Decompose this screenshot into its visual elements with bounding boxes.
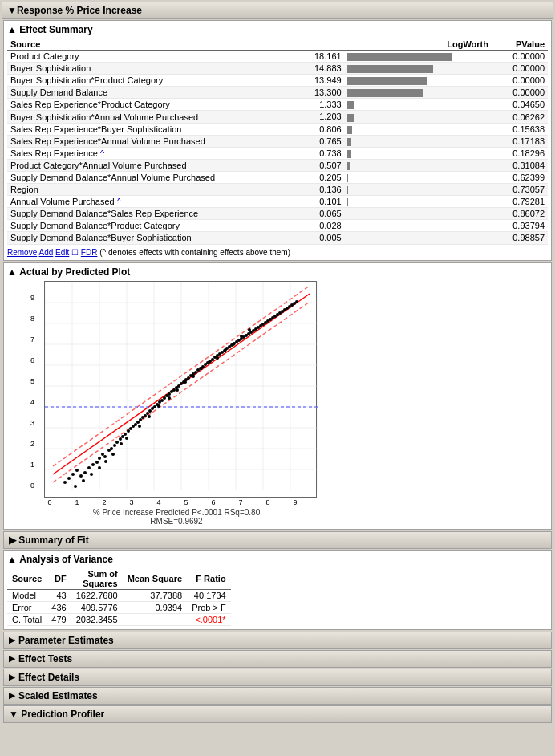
svg-point-131 bbox=[248, 328, 251, 331]
bar-container bbox=[347, 89, 460, 97]
col-pvalue: PValue bbox=[492, 39, 548, 51]
anova-sumsq: 409.5776 bbox=[71, 601, 123, 613]
response-header[interactable]: ▼ Response % Price Increase bbox=[2, 2, 553, 19]
logworth-value: 18.161 bbox=[310, 51, 342, 61]
anova-sumsq: 1622.7680 bbox=[71, 589, 123, 601]
effect-logworth-cell: 18.161 bbox=[306, 51, 483, 63]
svg-point-62 bbox=[168, 392, 171, 396]
effect-tests-section[interactable]: ▶ Effect Tests bbox=[3, 650, 552, 668]
fdr-link[interactable]: FDR bbox=[81, 248, 98, 257]
effect-source-cell: Buyer Sophistication*Annual Volume Purch… bbox=[7, 111, 306, 123]
svg-point-80 bbox=[211, 358, 214, 361]
prediction-profiler-triangle: ▼ bbox=[9, 709, 18, 720]
svg-point-43 bbox=[121, 435, 124, 438]
anova-source: Error bbox=[7, 601, 47, 613]
effect-table-row: Sales Rep Experience*Buyer Sophisticatio… bbox=[7, 123, 548, 135]
bar-container bbox=[347, 138, 460, 146]
bar-fill bbox=[347, 53, 452, 61]
effect-logworth-cell: 0.507 bbox=[306, 159, 483, 171]
svg-point-56 bbox=[153, 405, 156, 408]
anova-meansq: 0.9394 bbox=[123, 601, 187, 613]
anova-source: Model bbox=[7, 589, 47, 601]
svg-point-60 bbox=[163, 396, 166, 400]
logworth-value: 1.203 bbox=[310, 112, 342, 121]
edit-link[interactable]: Edit bbox=[55, 248, 69, 257]
logworth-value: 13.949 bbox=[310, 75, 342, 85]
response-title: Response % Price Increase bbox=[17, 5, 142, 16]
anova-df: 436 bbox=[47, 601, 71, 613]
logworth-value: 0.101 bbox=[310, 197, 342, 206]
svg-point-118 bbox=[138, 425, 141, 428]
svg-point-32 bbox=[87, 466, 91, 469]
bar-container bbox=[347, 126, 460, 134]
bar-container bbox=[347, 186, 460, 194]
anova-header[interactable]: ▲ Analysis of Variance bbox=[7, 554, 548, 565]
bar-fill bbox=[347, 162, 350, 170]
actual-predicted-triangle: ▲ bbox=[7, 266, 17, 278]
anova-df: 479 bbox=[47, 613, 71, 625]
scaled-estimates-title: Scaled Estimates bbox=[18, 690, 98, 701]
svg-point-34 bbox=[95, 461, 99, 464]
effect-pvalue-cell: 0.00000 bbox=[492, 51, 548, 63]
anova-meansq: 37.7388 bbox=[123, 589, 187, 601]
svg-point-122 bbox=[176, 388, 179, 392]
effect-source-cell: Supply Demand Balance*Product Category bbox=[7, 220, 306, 232]
bar-container bbox=[347, 235, 460, 243]
plot-svg bbox=[45, 282, 318, 490]
bar-container bbox=[347, 222, 460, 230]
effect-summary-header[interactable]: ▲ Effect Summary bbox=[7, 24, 548, 35]
logworth-value: 1.333 bbox=[310, 100, 342, 109]
effect-details-triangle: ▶ bbox=[9, 673, 15, 681]
svg-point-66 bbox=[177, 384, 180, 388]
svg-point-35 bbox=[98, 457, 101, 460]
svg-point-30 bbox=[79, 474, 83, 478]
logworth-value: 0.765 bbox=[310, 136, 342, 146]
plot-container: % Price Increase Actual 0 1 2 3 4 5 6 7 … bbox=[7, 281, 548, 526]
svg-point-133 bbox=[104, 460, 107, 463]
summary-of-fit-section[interactable]: ▶ Summary of Fit bbox=[3, 531, 552, 549]
svg-point-50 bbox=[139, 418, 142, 421]
effect-logworth-cell: 0.136 bbox=[306, 184, 483, 196]
effect-table-row: Sales Rep Experience*Product Category 1.… bbox=[7, 99, 548, 111]
bar-fill bbox=[347, 174, 348, 182]
svg-point-73 bbox=[194, 371, 197, 374]
plot-and-xaxis: 0 1 2 3 4 5 6 7 8 9 % Price Increase Pre… bbox=[36, 281, 317, 526]
actual-predicted-title: Actual by Predicted Plot bbox=[19, 266, 130, 278]
effect-pvalue-cell: 0.00000 bbox=[492, 75, 548, 87]
svg-point-126 bbox=[208, 360, 211, 364]
add-link[interactable]: Add bbox=[38, 248, 53, 257]
effect-logworth-cell: 0.738 bbox=[306, 147, 483, 159]
anova-col-source: Source bbox=[7, 568, 47, 590]
parameter-estimates-section[interactable]: ▶ Parameter Estimates bbox=[3, 632, 552, 649]
effect-source-cell: Annual Volume Purchased ^ bbox=[7, 196, 306, 208]
logworth-value: 0.005 bbox=[310, 233, 342, 242]
effect-table-row: Region 0.136 0.73057 bbox=[7, 184, 548, 196]
footnote-row: Remove Add Edit ☐ FDR (^ denotes effects… bbox=[7, 248, 548, 257]
bar-fill bbox=[347, 89, 423, 97]
actual-predicted-header[interactable]: ▲ Actual by Predicted Plot bbox=[7, 266, 548, 278]
svg-point-115 bbox=[295, 300, 298, 303]
svg-point-53 bbox=[146, 412, 149, 415]
bar-fill bbox=[347, 198, 348, 206]
effect-logworth-cell: 0.806 bbox=[306, 123, 483, 135]
effect-logworth-cell: 13.300 bbox=[306, 87, 483, 99]
prediction-profiler-section[interactable]: ▼ Prediction Profiler bbox=[3, 705, 552, 723]
main-container: ▼ Response % Price Increase ▲ Effect Sum… bbox=[0, 0, 555, 726]
effect-details-section[interactable]: ▶ Effect Details bbox=[3, 669, 552, 686]
svg-point-127 bbox=[216, 356, 219, 360]
effect-tests-title: Effect Tests bbox=[18, 653, 72, 665]
anova-section: ▲ Analysis of Variance Source DF Sum ofS… bbox=[3, 550, 552, 630]
remove-link[interactable]: Remove bbox=[7, 248, 37, 257]
svg-point-134 bbox=[98, 466, 101, 469]
scaled-estimates-section[interactable]: ▶ Scaled Estimates bbox=[3, 687, 552, 705]
svg-point-54 bbox=[148, 409, 152, 413]
anova-df: 43 bbox=[47, 589, 71, 601]
svg-point-116 bbox=[120, 442, 123, 445]
anova-meansq bbox=[123, 613, 187, 625]
effect-logworth-cell: 1.203 bbox=[306, 111, 483, 123]
anova-fratio: <.0001* bbox=[187, 613, 231, 625]
summary-of-fit-triangle: ▶ bbox=[9, 534, 16, 546]
bar-container bbox=[347, 210, 460, 218]
scatter-plot[interactable] bbox=[44, 281, 317, 498]
effect-source-cell: Supply Demand Balance*Buyer Sophisticati… bbox=[7, 232, 306, 244]
